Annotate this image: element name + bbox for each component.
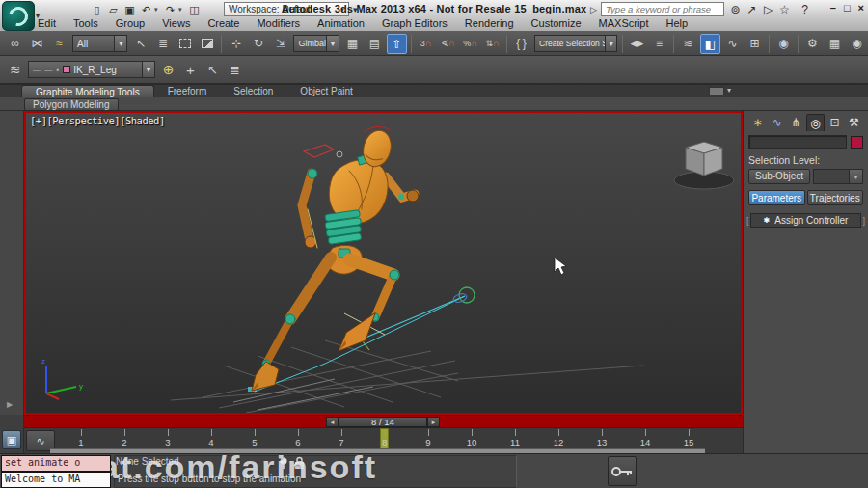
close-icon[interactable]: × xyxy=(858,2,864,14)
timeline-tick-7[interactable]: 7 xyxy=(332,428,351,447)
status-pin-icon[interactable] xyxy=(278,456,289,470)
communication-center-icon[interactable]: ▷ xyxy=(760,3,776,16)
time-slider-track[interactable]: ◄ 8 / 14 ► xyxy=(24,415,743,427)
timeline-tick-9[interactable]: 9 xyxy=(419,428,438,447)
trajectories-button[interactable]: Trajectories xyxy=(807,190,864,205)
unlink-selection-icon[interactable]: ⋈ xyxy=(27,34,47,54)
render-production-icon[interactable]: ◉ xyxy=(847,34,867,54)
timeline-tick-14[interactable]: 14 xyxy=(636,428,655,447)
timeline-tick-2[interactable]: 2 xyxy=(115,428,134,447)
angle-snap-icon[interactable]: ∢∩ xyxy=(438,34,458,54)
select-objects-in-layer-icon[interactable]: ↖ xyxy=(203,60,223,80)
polygon-modeling-panel-button[interactable]: Polygon Modeling xyxy=(24,98,119,111)
timeline-tick-11[interactable]: 11 xyxy=(505,428,525,447)
selection-lock-icon[interactable] xyxy=(293,456,306,470)
minimize-icon[interactable]: – xyxy=(830,2,836,14)
render-setup-icon[interactable]: ⚙ xyxy=(802,34,823,54)
time-slider-handle[interactable]: ◄ 8 / 14 ► xyxy=(326,417,440,427)
timeline-tick-6[interactable]: 6 xyxy=(288,428,308,447)
infocenter-tools-icon[interactable]: ↗ xyxy=(744,3,760,16)
parameters-button[interactable]: Parameters xyxy=(748,190,805,205)
timeline-tick-8[interactable]: 8 xyxy=(375,428,394,447)
add-selection-to-layer-icon[interactable]: + xyxy=(180,60,201,80)
menu-maxscript[interactable]: MAXScript xyxy=(590,17,658,32)
track-bar[interactable]: ∿ 123456789101112131415 xyxy=(24,427,743,453)
utilities-tab-icon[interactable]: ⚒ xyxy=(845,114,863,131)
viewport-label[interactable]: [+][Perspective][Shaded] xyxy=(30,115,165,126)
menu-views[interactable]: Views xyxy=(153,17,199,32)
timeline-tick-10[interactable]: 10 xyxy=(462,428,481,447)
tab-freeform[interactable]: Freeform xyxy=(154,85,221,97)
menu-animation[interactable]: Animation xyxy=(309,17,373,32)
set-current-layer-icon[interactable]: ≣ xyxy=(225,60,245,80)
maxscript-listener-field[interactable]: Welcome to MA xyxy=(1,472,111,488)
layer-color-swatch[interactable] xyxy=(63,66,70,73)
perspective-viewport[interactable]: z y xyxy=(24,111,743,415)
select-and-move-icon[interactable]: ⊹ xyxy=(226,34,246,54)
bind-to-space-warp-icon[interactable]: ≈ xyxy=(49,34,69,54)
rendered-frame-window-icon[interactable]: ▦ xyxy=(825,34,845,54)
reference-coordinate-dropdown[interactable]: Gimbal ▼ xyxy=(293,35,339,52)
ribbon-minimize-icon[interactable] xyxy=(709,87,724,95)
align-icon[interactable]: ≡ xyxy=(649,34,669,54)
search-input[interactable] xyxy=(601,2,724,16)
time-slider-value[interactable]: 8 / 14 xyxy=(339,417,427,427)
object-name-field[interactable] xyxy=(748,135,847,149)
select-object-icon[interactable]: ↖ xyxy=(130,34,150,54)
sub-object-button[interactable]: Sub-Object xyxy=(748,169,810,184)
help-icon[interactable]: ? xyxy=(797,3,813,16)
favorites-star-icon[interactable]: ☆ xyxy=(776,3,793,16)
material-editor-icon[interactable]: ◉ xyxy=(773,34,794,54)
use-pivot-point-icon[interactable]: ▦ xyxy=(342,34,363,54)
panel-expand-icon[interactable]: ▶ xyxy=(7,400,13,409)
snap-toggle-icon[interactable]: 3∩ xyxy=(416,34,436,54)
schematic-view-icon[interactable]: ⊞ xyxy=(745,34,765,54)
sub-object-dropdown[interactable]: ▼ xyxy=(813,169,863,184)
named-selection-set-dropdown[interactable]: Create Selection Set ▼ xyxy=(534,35,617,52)
select-and-rotate-icon[interactable]: ↻ xyxy=(248,34,268,54)
mirror-icon[interactable]: ◀▶ xyxy=(627,34,647,54)
menu-rendering[interactable]: Rendering xyxy=(456,17,523,32)
track-selection-icon[interactable]: ▣ xyxy=(2,430,21,449)
select-and-link-icon[interactable]: ∞ xyxy=(5,34,25,54)
menu-modifiers[interactable]: Modifiers xyxy=(248,17,309,32)
percent-snap-icon[interactable]: %∩ xyxy=(460,34,480,54)
create-new-layer-icon[interactable]: ⊕ xyxy=(158,60,178,80)
create-tab-icon[interactable]: ∗ xyxy=(748,114,767,131)
active-layer-dropdown[interactable]: — — ▪ IK_R_Leg ▼ xyxy=(28,61,155,78)
search-history-arrow-icon[interactable]: ▷ xyxy=(590,5,597,14)
object-color-swatch[interactable] xyxy=(851,136,863,149)
timeline-tick-1[interactable]: 1 xyxy=(71,428,91,447)
selection-filter-dropdown[interactable]: All ▼ xyxy=(72,35,127,52)
select-by-name-icon[interactable]: ≣ xyxy=(152,34,173,54)
tab-selection[interactable]: Selection xyxy=(220,85,286,97)
select-and-scale-icon[interactable]: ⇲ xyxy=(270,34,290,54)
keyboard-shortcut-override-icon[interactable]: ⇧ xyxy=(387,34,407,54)
curve-editor-icon[interactable]: ∿ xyxy=(722,34,743,54)
spinner-snap-icon[interactable]: ⇅∩ xyxy=(482,34,502,54)
maximize-icon[interactable]: □ xyxy=(844,2,851,14)
timeline-tick-3[interactable]: 3 xyxy=(158,428,177,447)
menu-graph-editors[interactable]: Graph Editors xyxy=(373,17,456,32)
tab-object-paint[interactable]: Object Paint xyxy=(286,85,366,97)
macro-recorder-field[interactable]: set animate o xyxy=(1,455,111,472)
assign-controller-rollout[interactable]: [ ✱ Assign Controller ] xyxy=(746,213,865,228)
select-and-manipulate-icon[interactable]: ▤ xyxy=(365,34,385,54)
menu-help[interactable]: Help xyxy=(658,17,697,32)
timeline-tick-4[interactable]: 4 xyxy=(202,428,221,447)
graphite-ribbon-toggle-icon[interactable]: ◧ xyxy=(700,34,720,54)
frame-back-icon[interactable]: ◄ xyxy=(326,417,339,427)
motion-tab-icon[interactable]: ◎ xyxy=(806,114,825,131)
window-crossing-icon[interactable] xyxy=(197,34,217,54)
layer-explorer-icon[interactable]: ≋ xyxy=(5,60,25,80)
tab-graphite-modeling-tools[interactable]: Graphite Modeling Tools xyxy=(21,85,154,97)
layer-manager-icon[interactable]: ≋ xyxy=(678,34,698,54)
ribbon-options-arrow-icon[interactable]: ▾ xyxy=(727,86,731,95)
menu-group[interactable]: Group xyxy=(107,17,154,32)
timeline-tick-15[interactable]: 15 xyxy=(679,428,698,447)
menu-edit[interactable]: Edit xyxy=(29,17,65,32)
menu-create[interactable]: Create xyxy=(199,17,248,32)
display-tab-icon[interactable]: ⊡ xyxy=(826,114,844,131)
timeline-tick-13[interactable]: 13 xyxy=(592,428,611,447)
frame-forward-icon[interactable]: ► xyxy=(427,417,440,427)
